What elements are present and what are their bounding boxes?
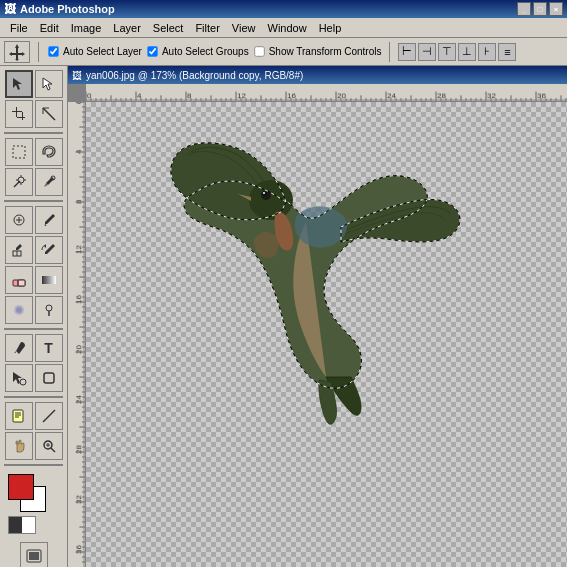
eraser-btn[interactable] — [5, 266, 33, 294]
notes-btn[interactable] — [5, 402, 33, 430]
align-bottom-btn[interactable]: ⊦ — [478, 43, 496, 61]
tool-row-6 — [2, 236, 65, 264]
panel-sep-2 — [4, 200, 63, 202]
panel-sep-4 — [4, 396, 63, 398]
color-area — [2, 470, 65, 538]
tool-row-5 — [2, 206, 65, 234]
history-brush-btn[interactable] — [35, 236, 63, 264]
tool-row-1 — [2, 70, 65, 98]
svg-rect-6 — [22, 112, 23, 120]
selection-tool-btn[interactable] — [5, 70, 33, 98]
close-btn[interactable]: × — [549, 2, 563, 16]
measure-btn[interactable] — [35, 402, 63, 430]
ruler-left — [68, 102, 86, 567]
svg-rect-35 — [13, 410, 23, 422]
menu-window[interactable]: Window — [262, 20, 313, 36]
clone-stamp-btn[interactable] — [5, 236, 33, 264]
menu-image[interactable]: Image — [65, 20, 108, 36]
eyedropper-btn[interactable] — [35, 168, 63, 196]
show-transform-checkbox[interactable]: Show Transform Controls — [253, 45, 382, 58]
align-left-btn[interactable]: ⊢ — [398, 43, 416, 61]
canvas-area: 🖼 yan006.jpg @ 173% (Background copy, RG… — [68, 66, 567, 567]
svg-line-41 — [53, 410, 55, 412]
svg-point-29 — [16, 307, 22, 313]
svg-rect-47 — [29, 552, 39, 560]
pen-btn[interactable] — [5, 334, 33, 362]
menu-file[interactable]: File — [4, 20, 34, 36]
tool-row-9: T — [2, 334, 65, 362]
panel-sep-1 — [4, 132, 63, 134]
tool-row-7 — [2, 266, 65, 294]
direct-select-btn[interactable] — [35, 70, 63, 98]
ruler-top — [86, 84, 567, 102]
zoom-btn[interactable] — [35, 432, 63, 460]
tool-row-11 — [2, 402, 65, 430]
foreground-color-swatch[interactable] — [8, 474, 34, 500]
heal-brush-btn[interactable] — [5, 206, 33, 234]
distribute-btn[interactable]: ≡ — [498, 43, 516, 61]
canvas-titlebar: 🖼 yan006.jpg @ 173% (Background copy, RG… — [68, 66, 567, 84]
svg-marker-32 — [13, 372, 22, 384]
canvas-viewport[interactable] — [86, 102, 567, 567]
menu-help[interactable]: Help — [313, 20, 348, 36]
app-icon: 🖼 — [4, 2, 16, 16]
svg-marker-23 — [44, 244, 46, 248]
dodge-btn[interactable] — [35, 296, 63, 324]
canvas-title: yan006.jpg @ 173% (Background copy, RGB/… — [86, 70, 303, 81]
screen-mode-area — [2, 542, 65, 567]
align-center-btn[interactable]: ⊣ — [418, 43, 436, 61]
svg-point-30 — [46, 305, 52, 311]
path-select-btn[interactable] — [5, 364, 33, 392]
move-icon — [8, 43, 26, 61]
toolbar-sep-1 — [38, 42, 39, 62]
type-btn[interactable]: T — [35, 334, 63, 362]
quick-mask-btn[interactable] — [8, 516, 36, 534]
hand-btn[interactable] — [5, 432, 33, 460]
lasso-btn[interactable] — [35, 138, 63, 166]
tool-row-10 — [2, 364, 65, 392]
tool-row-8 — [2, 296, 65, 324]
canvas-content[interactable] — [68, 84, 567, 567]
slice-tool-btn[interactable] — [35, 100, 63, 128]
crop-tool-btn[interactable] — [5, 100, 33, 128]
brush-btn[interactable] — [35, 206, 63, 234]
color-swatches — [8, 474, 52, 512]
main-area: T — [0, 66, 567, 567]
window-controls: _ □ × — [517, 2, 563, 16]
title-bar: 🖼 Adobe Photoshop _ □ × — [0, 0, 567, 18]
align-right-btn[interactable]: ⊤ — [438, 43, 456, 61]
move-tool-btn[interactable] — [4, 41, 30, 63]
tool-row-12 — [2, 432, 65, 460]
shape-btn[interactable] — [35, 364, 63, 392]
svg-line-43 — [51, 448, 55, 452]
auto-select-groups-checkbox[interactable]: Auto Select Groups — [146, 45, 249, 58]
menu-bar: File Edit Image Layer Select Filter View… — [0, 18, 567, 38]
menu-edit[interactable]: Edit — [34, 20, 65, 36]
panel-sep-3 — [4, 328, 63, 330]
svg-rect-10 — [13, 146, 25, 158]
app-title: Adobe Photoshop — [20, 3, 115, 15]
blur-btn[interactable] — [5, 296, 33, 324]
toolbar-sep-2 — [389, 42, 390, 62]
magic-wand-btn[interactable] — [5, 168, 33, 196]
bird-image — [126, 122, 486, 442]
svg-rect-4 — [16, 107, 17, 117]
svg-marker-2 — [43, 78, 52, 90]
maximize-btn[interactable]: □ — [533, 2, 547, 16]
svg-line-7 — [43, 108, 55, 120]
minimize-btn[interactable]: _ — [517, 2, 531, 16]
auto-select-layer-checkbox[interactable]: Auto Select Layer — [47, 45, 142, 58]
svg-rect-25 — [18, 280, 25, 286]
menu-select[interactable]: Select — [147, 20, 190, 36]
menu-filter[interactable]: Filter — [189, 20, 225, 36]
svg-point-51 — [263, 192, 265, 194]
menu-view[interactable]: View — [226, 20, 262, 36]
svg-line-40 — [43, 420, 45, 422]
menu-layer[interactable]: Layer — [107, 20, 147, 36]
toolbar: Auto Select Layer Auto Select Groups Sho… — [0, 38, 567, 66]
tool-row-2 — [2, 100, 65, 128]
marquee-rect-btn[interactable] — [5, 138, 33, 166]
screen-mode-btn[interactable] — [20, 542, 48, 567]
align-top-btn[interactable]: ⊥ — [458, 43, 476, 61]
gradient-btn[interactable] — [35, 266, 63, 294]
